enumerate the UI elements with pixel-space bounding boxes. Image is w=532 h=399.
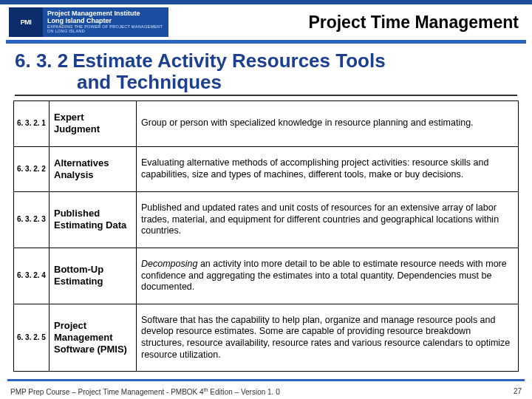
row-description: Published and updated rates and unit cos… [137,192,519,248]
logo-tagline: EXPANDING THE POWER OF PROJECT MANAGEMEN… [47,25,168,34]
table-row: 6. 3. 2. 2Alternatives AnalysisEvaluatin… [14,146,519,192]
section-title-line2: and Techniques [15,72,517,92]
section-heading: 6. 3. 2 Estimate Activity Resources Tool… [0,44,532,93]
row-number: 6. 3. 2. 3 [14,192,50,248]
row-description: Software that has the capability to help… [137,304,519,372]
page-title: Project Time Management [168,13,525,33]
row-number: 6. 3. 2. 4 [14,248,50,304]
content-table: 6. 3. 2. 1Expert JudgmentGroup or person… [0,100,532,372]
footer-bar [7,379,525,381]
row-number: 6. 3. 2. 5 [14,304,50,372]
row-number: 6. 3. 2. 2 [14,146,50,192]
page-number: 27 [514,387,522,396]
slide: PMI Project Management Institute Long Is… [0,0,532,399]
section-number: 6. 3. 2 [15,50,68,72]
table-row: 6. 3. 2. 4Bottom-Up EstimatingDecomposin… [14,248,519,304]
row-name: Published Estimating Data [50,192,137,248]
row-name: Alternatives Analysis [50,146,137,192]
footer-left: PMP Prep Course – Project Time Managemen… [10,387,280,396]
section-underline [15,95,517,96]
section-title-line1: Estimate Activity Resources Tools [72,50,385,72]
table-row: 6. 3. 2. 5Project Management Software (P… [14,304,519,372]
pmi-logo-text: Project Management Institute Long Island… [43,7,168,37]
header-row: PMI Project Management Institute Long Is… [0,4,532,40]
table-row: 6. 3. 2. 1Expert JudgmentGroup or person… [14,101,519,147]
row-name: Bottom-Up Estimating [50,248,137,304]
pmi-logo: PMI Project Management Institute Long Is… [9,7,168,37]
table-row: 6. 3. 2. 3Published Estimating DataPubli… [14,192,519,248]
logo-line2: Long Island Chapter [47,18,168,24]
row-name: Project Management Software (PMIS) [50,304,137,372]
row-name: Expert Judgment [50,101,137,147]
row-description: Group or person with specialized knowled… [137,101,519,147]
footer: PMP Prep Course – Project Time Managemen… [0,387,532,396]
row-number: 6. 3. 2. 1 [14,101,50,147]
pmi-logo-mark: PMI [9,7,43,37]
row-description: Decomposing an activity into more detail… [137,248,519,304]
row-description: Evaluating alternative methods of accomp… [137,146,519,192]
